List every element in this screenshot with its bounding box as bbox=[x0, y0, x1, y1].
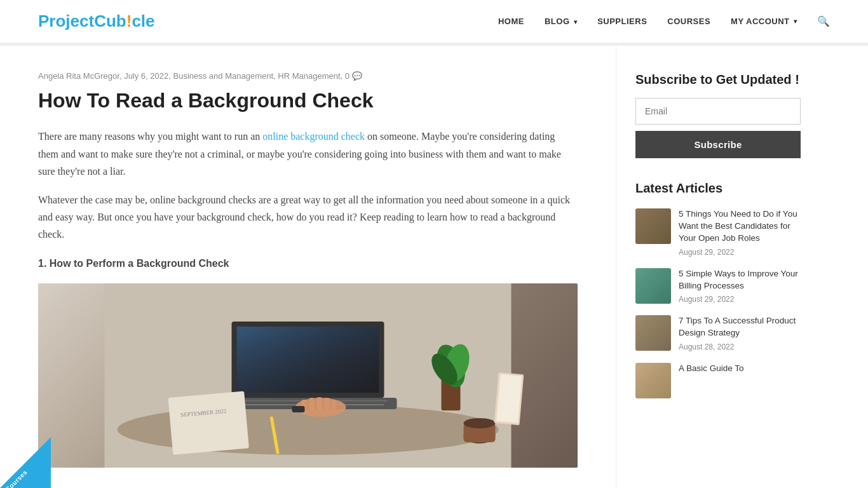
nav-my-account[interactable]: MY ACCOUNT ▾ bbox=[731, 17, 797, 26]
article-title: How To Read a Background Check bbox=[38, 88, 578, 112]
article-paragraph-2: Whatever the case may be, online backgro… bbox=[38, 191, 578, 243]
latest-articles-section: Latest Articles 5 Things You Need to Do … bbox=[635, 181, 801, 398]
article-item-info-3: 7 Tips To A Successful Product Design St… bbox=[679, 315, 801, 351]
logo-text-cub: Cub bbox=[94, 11, 126, 30]
article-image: SEPTEMBER 2022 bbox=[38, 283, 578, 468]
article-comments: 0 bbox=[345, 71, 349, 81]
svg-rect-16 bbox=[325, 398, 330, 410]
logo-text-icle: cle bbox=[132, 11, 154, 30]
article-item-title-2[interactable]: 5 Simple Ways to Improve Your Billing Pr… bbox=[679, 268, 801, 292]
page-layout: Angela Rita McGregor, July 6, 2022, Busi… bbox=[0, 46, 868, 488]
svg-rect-5 bbox=[237, 327, 379, 393]
list-item: 5 Things You Need to Do if You Want the … bbox=[635, 208, 801, 257]
site-header: ProjectCub!cle HOME BLOG ▾ SUPPLIERS COU… bbox=[0, 0, 868, 44]
article-thumb-4 bbox=[635, 363, 671, 398]
email-input[interactable] bbox=[635, 98, 801, 125]
subscribe-title: Subscribe to Get Updated ! bbox=[635, 71, 801, 88]
article-item-info-2: 5 Simple Ways to Improve Your Billing Pr… bbox=[679, 268, 801, 304]
nav-courses[interactable]: COURSES bbox=[667, 17, 710, 26]
svg-rect-19 bbox=[168, 391, 249, 454]
article-thumb-1 bbox=[635, 208, 671, 244]
inline-link-background-check[interactable]: online background check bbox=[262, 131, 365, 142]
article-body: There are many reasons why you might wan… bbox=[38, 128, 578, 467]
latest-articles-title: Latest Articles bbox=[635, 181, 801, 196]
list-item: 7 Tips To A Successful Product Design St… bbox=[635, 315, 801, 351]
search-icon[interactable]: 🔍 bbox=[817, 15, 830, 27]
courses-badge[interactable]: Courses bbox=[0, 444, 44, 488]
main-content: Angela Rita McGregor, July 6, 2022, Busi… bbox=[0, 46, 616, 488]
nav-blog[interactable]: BLOG ▾ bbox=[545, 17, 577, 26]
svg-rect-26 bbox=[496, 374, 522, 423]
svg-rect-14 bbox=[309, 398, 315, 410]
comment-icon: 💬 bbox=[352, 71, 362, 81]
article-meta: Angela Rita McGregor, July 6, 2022, Busi… bbox=[38, 71, 578, 81]
article-thumb-3 bbox=[635, 315, 671, 351]
svg-point-24 bbox=[464, 418, 496, 428]
nav-home[interactable]: HOME bbox=[498, 17, 524, 26]
svg-rect-18 bbox=[292, 406, 305, 412]
article-thumb-2 bbox=[635, 268, 671, 304]
article-item-info-4: A Basic Guide To bbox=[679, 363, 801, 378]
article-author[interactable]: Angela Rita McGregor bbox=[38, 71, 119, 81]
article-item-date-3: August 28, 2022 bbox=[679, 342, 801, 351]
article-item-title-4[interactable]: A Basic Guide To bbox=[679, 363, 801, 375]
list-item: 5 Simple Ways to Improve Your Billing Pr… bbox=[635, 268, 801, 304]
myaccount-chevron-icon: ▾ bbox=[794, 18, 797, 25]
article-item-title-1[interactable]: 5 Things You Need to Do if You Want the … bbox=[679, 208, 801, 245]
svg-rect-15 bbox=[317, 397, 322, 410]
article-item-info-1: 5 Things You Need to Do if You Want the … bbox=[679, 208, 801, 257]
blog-chevron-icon: ▾ bbox=[574, 18, 578, 25]
article-item-title-3[interactable]: 7 Tips To A Successful Product Design St… bbox=[679, 315, 801, 339]
nav-suppliers[interactable]: SUPPLIERS bbox=[597, 17, 647, 26]
article-category2[interactable]: HR Management bbox=[278, 71, 340, 81]
subscribe-section: Subscribe to Get Updated ! Subscribe bbox=[635, 71, 801, 158]
section-heading: 1. How to Perform a Background Check bbox=[38, 255, 578, 272]
article-item-date-1: August 29, 2022 bbox=[679, 248, 801, 257]
article-image-visual: SEPTEMBER 2022 bbox=[38, 283, 578, 468]
subscribe-button[interactable]: Subscribe bbox=[635, 131, 801, 158]
article-date: July 6, 2022 bbox=[124, 71, 168, 81]
article-item-date-2: August 29, 2022 bbox=[679, 295, 801, 304]
site-logo[interactable]: ProjectCub!cle bbox=[38, 11, 155, 31]
courses-badge-triangle bbox=[0, 437, 51, 488]
sidebar: Subscribe to Get Updated ! Subscribe Lat… bbox=[616, 46, 820, 488]
main-nav: HOME BLOG ▾ SUPPLIERS COURSES MY ACCOUNT… bbox=[498, 15, 830, 27]
list-item: A Basic Guide To bbox=[635, 363, 801, 398]
article-category1[interactable]: Business and Management bbox=[173, 71, 273, 81]
article-paragraph-1: There are many reasons why you might wan… bbox=[38, 128, 578, 180]
svg-rect-17 bbox=[332, 400, 336, 410]
logo-text-project: Project bbox=[38, 11, 94, 30]
